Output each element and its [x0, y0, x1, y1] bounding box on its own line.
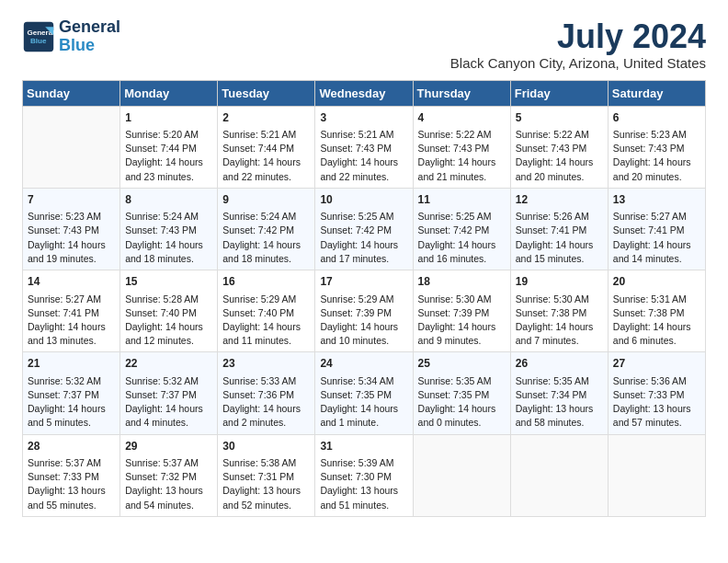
calendar-cell: 6Sunrise: 5:23 AM Sunset: 7:43 PM Daylig… [608, 106, 705, 188]
day-number: 3 [320, 110, 407, 126]
calendar-table: SundayMondayTuesdayWednesdayThursdayFrid… [22, 80, 706, 517]
calendar-cell: 9Sunrise: 5:24 AM Sunset: 7:42 PM Daylig… [218, 188, 315, 270]
day-info: Sunrise: 5:36 AM Sunset: 7:33 PM Dayligh… [613, 374, 700, 431]
calendar-week-row: 7Sunrise: 5:23 AM Sunset: 7:43 PM Daylig… [23, 188, 706, 270]
day-info: Sunrise: 5:25 AM Sunset: 7:42 PM Dayligh… [418, 210, 506, 266]
calendar-week-row: 14Sunrise: 5:27 AM Sunset: 7:41 PM Dayli… [23, 270, 706, 352]
month-year-title: July 2024 [450, 18, 706, 55]
day-number: 17 [320, 274, 407, 290]
day-info: Sunrise: 5:23 AM Sunset: 7:43 PM Dayligh… [28, 210, 115, 266]
location-subtitle: Black Canyon City, Arizona, United State… [450, 55, 706, 71]
day-number: 23 [222, 356, 310, 372]
day-number: 30 [222, 439, 310, 454]
day-number: 5 [516, 110, 603, 126]
day-number: 12 [516, 192, 603, 208]
calendar-week-row: 1Sunrise: 5:20 AM Sunset: 7:44 PM Daylig… [23, 106, 706, 188]
calendar-cell: 11Sunrise: 5:25 AM Sunset: 7:42 PM Dayli… [413, 188, 510, 270]
calendar-cell: 2Sunrise: 5:21 AM Sunset: 7:44 PM Daylig… [218, 106, 315, 188]
calendar-cell: 20Sunrise: 5:31 AM Sunset: 7:38 PM Dayli… [608, 270, 705, 352]
calendar-cell: 28Sunrise: 5:37 AM Sunset: 7:33 PM Dayli… [23, 434, 120, 516]
svg-text:Blue: Blue [30, 37, 47, 45]
day-info: Sunrise: 5:37 AM Sunset: 7:32 PM Dayligh… [125, 456, 212, 512]
calendar-cell: 8Sunrise: 5:24 AM Sunset: 7:43 PM Daylig… [120, 188, 218, 270]
day-number: 8 [125, 192, 212, 208]
header: General Blue General Blue July 2024 Blac… [22, 18, 706, 71]
day-number: 26 [516, 356, 603, 372]
day-number: 31 [320, 439, 407, 454]
calendar-cell: 21Sunrise: 5:32 AM Sunset: 7:37 PM Dayli… [23, 352, 120, 434]
calendar-cell: 29Sunrise: 5:37 AM Sunset: 7:32 PM Dayli… [120, 434, 218, 516]
calendar-cell: 5Sunrise: 5:22 AM Sunset: 7:43 PM Daylig… [510, 106, 608, 188]
day-info: Sunrise: 5:35 AM Sunset: 7:34 PM Dayligh… [516, 374, 603, 431]
calendar-cell: 25Sunrise: 5:35 AM Sunset: 7:35 PM Dayli… [413, 352, 510, 434]
day-number: 1 [125, 110, 212, 126]
day-info: Sunrise: 5:38 AM Sunset: 7:31 PM Dayligh… [222, 456, 310, 512]
col-header-monday: Monday [120, 80, 218, 106]
calendar-cell: 18Sunrise: 5:30 AM Sunset: 7:39 PM Dayli… [413, 270, 510, 352]
col-header-tuesday: Tuesday [218, 80, 315, 106]
day-info: Sunrise: 5:32 AM Sunset: 7:37 PM Dayligh… [125, 374, 212, 431]
day-number: 28 [28, 439, 115, 454]
day-number: 4 [418, 110, 506, 126]
day-info: Sunrise: 5:28 AM Sunset: 7:40 PM Dayligh… [125, 293, 212, 349]
calendar-cell: 16Sunrise: 5:29 AM Sunset: 7:40 PM Dayli… [218, 270, 315, 352]
calendar-cell [23, 106, 120, 188]
day-number: 20 [613, 274, 700, 290]
day-info: Sunrise: 5:24 AM Sunset: 7:43 PM Dayligh… [125, 210, 212, 266]
day-info: Sunrise: 5:29 AM Sunset: 7:40 PM Dayligh… [222, 293, 310, 349]
day-info: Sunrise: 5:22 AM Sunset: 7:43 PM Dayligh… [516, 128, 603, 184]
day-number: 24 [320, 356, 407, 372]
calendar-cell: 7Sunrise: 5:23 AM Sunset: 7:43 PM Daylig… [23, 188, 120, 270]
title-block: July 2024 Black Canyon City, Arizona, Un… [450, 18, 706, 71]
calendar-cell: 1Sunrise: 5:20 AM Sunset: 7:44 PM Daylig… [120, 106, 218, 188]
day-number: 7 [28, 192, 115, 208]
calendar-cell: 23Sunrise: 5:33 AM Sunset: 7:36 PM Dayli… [218, 352, 315, 434]
calendar-cell: 19Sunrise: 5:30 AM Sunset: 7:38 PM Dayli… [510, 270, 608, 352]
day-info: Sunrise: 5:31 AM Sunset: 7:38 PM Dayligh… [613, 293, 700, 349]
calendar-cell [510, 434, 608, 516]
day-info: Sunrise: 5:24 AM Sunset: 7:42 PM Dayligh… [222, 210, 310, 266]
day-number: 13 [613, 192, 700, 208]
logo: General Blue General Blue [22, 18, 120, 55]
day-info: Sunrise: 5:21 AM Sunset: 7:43 PM Dayligh… [320, 128, 407, 184]
day-info: Sunrise: 5:30 AM Sunset: 7:38 PM Dayligh… [516, 293, 603, 349]
day-number: 2 [222, 110, 310, 126]
calendar-cell: 12Sunrise: 5:26 AM Sunset: 7:41 PM Dayli… [510, 188, 608, 270]
day-info: Sunrise: 5:32 AM Sunset: 7:37 PM Dayligh… [28, 374, 115, 431]
day-number: 19 [516, 274, 603, 290]
col-header-wednesday: Wednesday [315, 80, 413, 106]
day-number: 29 [125, 439, 212, 454]
calendar-header-row: SundayMondayTuesdayWednesdayThursdayFrid… [23, 80, 706, 106]
calendar-cell: 10Sunrise: 5:25 AM Sunset: 7:42 PM Dayli… [315, 188, 413, 270]
calendar-cell [413, 434, 510, 516]
day-info: Sunrise: 5:39 AM Sunset: 7:30 PM Dayligh… [320, 456, 407, 512]
calendar-cell: 27Sunrise: 5:36 AM Sunset: 7:33 PM Dayli… [608, 352, 705, 434]
calendar-cell: 4Sunrise: 5:22 AM Sunset: 7:43 PM Daylig… [413, 106, 510, 188]
day-info: Sunrise: 5:27 AM Sunset: 7:41 PM Dayligh… [28, 293, 115, 349]
logo-text: General Blue [59, 18, 120, 55]
calendar-cell: 15Sunrise: 5:28 AM Sunset: 7:40 PM Dayli… [120, 270, 218, 352]
day-info: Sunrise: 5:26 AM Sunset: 7:41 PM Dayligh… [516, 210, 603, 266]
calendar-week-row: 21Sunrise: 5:32 AM Sunset: 7:37 PM Dayli… [23, 352, 706, 434]
day-number: 18 [418, 274, 506, 290]
day-info: Sunrise: 5:30 AM Sunset: 7:39 PM Dayligh… [418, 293, 506, 349]
day-number: 15 [125, 274, 212, 290]
calendar-cell: 14Sunrise: 5:27 AM Sunset: 7:41 PM Dayli… [23, 270, 120, 352]
day-number: 10 [320, 192, 407, 208]
day-info: Sunrise: 5:20 AM Sunset: 7:44 PM Dayligh… [125, 128, 212, 184]
day-info: Sunrise: 5:21 AM Sunset: 7:44 PM Dayligh… [222, 128, 310, 184]
day-number: 22 [125, 356, 212, 372]
calendar-cell: 26Sunrise: 5:35 AM Sunset: 7:34 PM Dayli… [510, 352, 608, 434]
calendar-cell: 31Sunrise: 5:39 AM Sunset: 7:30 PM Dayli… [315, 434, 413, 516]
calendar-cell: 13Sunrise: 5:27 AM Sunset: 7:41 PM Dayli… [608, 188, 705, 270]
col-header-sunday: Sunday [23, 80, 120, 106]
calendar-cell [608, 434, 705, 516]
day-number: 11 [418, 192, 506, 208]
col-header-friday: Friday [510, 80, 608, 106]
day-number: 25 [418, 356, 506, 372]
calendar-week-row: 28Sunrise: 5:37 AM Sunset: 7:33 PM Dayli… [23, 434, 706, 516]
day-info: Sunrise: 5:25 AM Sunset: 7:42 PM Dayligh… [320, 210, 407, 266]
day-number: 14 [28, 274, 115, 290]
day-info: Sunrise: 5:33 AM Sunset: 7:36 PM Dayligh… [222, 374, 310, 431]
calendar-cell: 30Sunrise: 5:38 AM Sunset: 7:31 PM Dayli… [218, 434, 315, 516]
